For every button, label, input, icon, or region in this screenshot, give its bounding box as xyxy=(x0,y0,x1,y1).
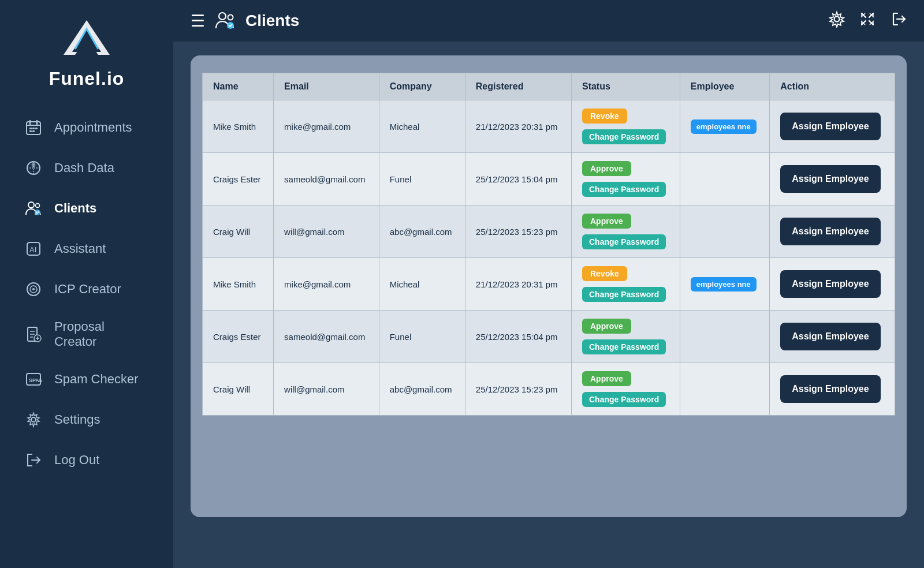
approve-button[interactable]: Approve xyxy=(582,161,631,176)
sidebar-item-label-spam-checker: Spam Checker xyxy=(54,372,139,387)
cell-registered: 25/12/2023 15:23 pm xyxy=(465,205,571,258)
sidebar-item-appointments[interactable]: Appointments xyxy=(6,108,167,147)
cell-email: sameold@gmail.com xyxy=(274,153,379,205)
revoke-button[interactable]: Revoke xyxy=(582,109,627,124)
assign-employee-button[interactable]: Assign Employee xyxy=(780,218,880,246)
header-right xyxy=(828,10,907,32)
assign-employee-button[interactable]: Assign Employee xyxy=(780,375,880,403)
change-password-button[interactable]: Change Password xyxy=(582,339,666,354)
svg-point-34 xyxy=(228,15,233,20)
cell-name: Craig Will xyxy=(203,363,274,416)
sidebar-item-spam-checker[interactable]: SPAM Spam Checker xyxy=(6,360,167,399)
table-row: Craig Willwill@gmail.comabc@gmail.com25/… xyxy=(203,205,895,258)
assign-employee-button[interactable]: Assign Employee xyxy=(780,165,880,193)
change-password-button[interactable]: Change Password xyxy=(582,182,666,197)
sidebar-item-proposal-creator[interactable]: Proposal Creator xyxy=(6,310,167,358)
sidebar-item-settings[interactable]: Settings xyxy=(6,400,167,439)
svg-point-31 xyxy=(31,417,36,422)
log-out-icon xyxy=(23,450,44,470)
clients-header-icon xyxy=(214,10,236,32)
cell-company: Micheal xyxy=(379,258,465,311)
cell-status: ApproveChange Password xyxy=(571,363,680,416)
header-exit-icon[interactable] xyxy=(889,10,907,32)
svg-point-15 xyxy=(36,204,40,208)
svg-rect-10 xyxy=(32,130,35,132)
cell-registered: 25/12/2023 15:04 pm xyxy=(465,311,571,363)
change-password-button[interactable]: Change Password xyxy=(582,234,666,249)
col-action: Action xyxy=(770,73,895,100)
clients-icon xyxy=(23,198,44,219)
proposal-creator-icon xyxy=(23,324,44,345)
col-status: Status xyxy=(571,73,680,100)
cell-name: Craig Will xyxy=(203,205,274,258)
clients-card: Name Email Company Registered Status Emp… xyxy=(191,55,907,517)
table-row: Craigs Estersameold@gmail.comFunel25/12/… xyxy=(203,153,895,205)
cell-email: will@gmail.com xyxy=(274,363,379,416)
logo-icon xyxy=(58,17,116,63)
approve-button[interactable]: Approve xyxy=(582,319,631,334)
cell-email: sameold@gmail.com xyxy=(274,311,379,363)
cell-action: Assign Employee xyxy=(770,258,895,311)
assign-employee-button[interactable]: Assign Employee xyxy=(780,270,880,298)
header-expand-icon[interactable] xyxy=(859,11,875,31)
cell-employee xyxy=(680,363,769,416)
icp-creator-icon xyxy=(23,279,44,300)
change-password-button[interactable]: Change Password xyxy=(582,287,666,302)
cell-action: Assign Employee xyxy=(770,205,895,258)
svg-text:SPAM: SPAM xyxy=(29,378,42,383)
dash-data-icon xyxy=(23,158,44,178)
cell-status: RevokeChange Password xyxy=(571,258,680,311)
header-settings-icon[interactable] xyxy=(828,10,845,32)
svg-rect-9 xyxy=(29,130,32,132)
clients-table: Name Email Company Registered Status Emp… xyxy=(202,73,895,416)
main-content: ☰ Clients xyxy=(173,0,924,568)
revoke-button[interactable]: Revoke xyxy=(582,266,627,281)
table-row: Craigs Estersameold@gmail.comFunel25/12/… xyxy=(203,311,895,363)
cell-action: Assign Employee xyxy=(770,363,895,416)
col-name: Name xyxy=(203,73,274,100)
cell-email: mike@gmail.com xyxy=(274,258,379,311)
col-company: Company xyxy=(379,73,465,100)
col-registered: Registered xyxy=(465,73,571,100)
cell-name: Craigs Ester xyxy=(203,311,274,363)
approve-button[interactable]: Approve xyxy=(582,214,631,229)
menu-icon[interactable]: ☰ xyxy=(191,12,205,31)
sidebar-item-label-icp-creator: ICP Creator xyxy=(54,282,121,297)
brand-name: Funel.io xyxy=(49,68,125,89)
spam-checker-icon: SPAM xyxy=(23,369,44,390)
cell-company: Funel xyxy=(379,153,465,205)
cell-status: ApproveChange Password xyxy=(571,311,680,363)
cell-action: Assign Employee xyxy=(770,100,895,153)
sidebar: Funel.io Appointments xyxy=(0,0,173,568)
svg-rect-8 xyxy=(35,128,38,129)
cell-employee xyxy=(680,205,769,258)
svg-point-14 xyxy=(28,202,34,208)
cell-name: Mike Smith xyxy=(203,100,274,153)
content-area: Name Email Company Registered Status Emp… xyxy=(173,42,924,568)
sidebar-item-icp-creator[interactable]: ICP Creator xyxy=(6,270,167,309)
sidebar-item-label-assistant: Assistant xyxy=(54,241,106,256)
assign-employee-button[interactable]: Assign Employee xyxy=(780,113,880,141)
settings-icon xyxy=(23,409,44,430)
cell-employee: employees nne xyxy=(680,258,769,311)
assistant-icon: AI xyxy=(23,238,44,259)
cell-status: RevokeChange Password xyxy=(571,100,680,153)
sidebar-item-clients[interactable]: Clients xyxy=(6,189,167,228)
table-row: Mike Smithmike@gmail.comMicheal21/12/202… xyxy=(203,258,895,311)
sidebar-item-assistant[interactable]: AI Assistant xyxy=(6,229,167,268)
assign-employee-button[interactable]: Assign Employee xyxy=(780,323,880,351)
change-password-button[interactable]: Change Password xyxy=(582,129,666,144)
approve-button[interactable]: Approve xyxy=(582,371,631,386)
svg-point-36 xyxy=(834,16,840,21)
sidebar-item-label-settings: Settings xyxy=(54,412,100,427)
cell-name: Mike Smith xyxy=(203,258,274,311)
sidebar-item-log-out[interactable]: Log Out xyxy=(6,440,167,480)
header: ☰ Clients xyxy=(173,0,924,42)
appointments-icon xyxy=(23,117,44,138)
cell-status: ApproveChange Password xyxy=(571,153,680,205)
sidebar-item-dash-data[interactable]: Dash Data xyxy=(6,148,167,188)
sidebar-item-label-appointments: Appointments xyxy=(54,120,132,135)
sidebar-item-label-clients: Clients xyxy=(54,201,96,216)
change-password-button[interactable]: Change Password xyxy=(582,392,666,407)
sidebar-item-label-dash-data: Dash Data xyxy=(54,160,114,175)
